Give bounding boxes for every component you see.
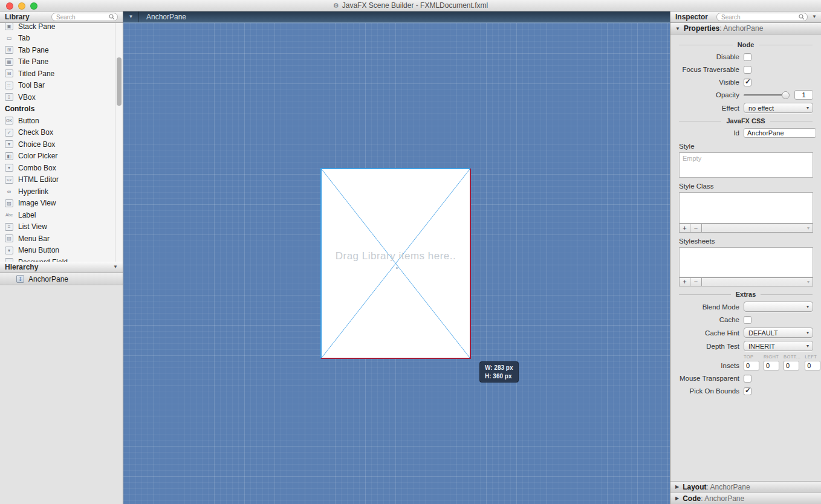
library-item-titled-pane[interactable]: ⊟Titled Pane <box>0 68 123 80</box>
visible-checkbox[interactable] <box>744 79 751 86</box>
stylesheets-remove-button[interactable]: − <box>690 277 702 286</box>
library-item-check-box[interactable]: ✓Check Box <box>0 127 123 139</box>
cache-checkbox[interactable] <box>744 316 751 324</box>
library-item-label: Combo Box <box>18 164 56 172</box>
cache-hint-dropdown[interactable]: DEFAULT ▾ <box>744 328 813 338</box>
library-search-input[interactable] <box>56 14 109 21</box>
library-item-label: Tile Pane <box>18 57 48 66</box>
design-canvas[interactable]: Drag Library items here.. W: 283 px H: 3… <box>123 23 670 504</box>
library-item-combo-box[interactable]: ▾Combo Box <box>0 162 123 174</box>
hierarchy-item-anchorpane[interactable]: ↧ AnchorPane <box>0 273 123 285</box>
mouse-transparent-label: Mouse Transparent <box>670 375 739 382</box>
library-item-html-editor[interactable]: <>HTML Editor <box>0 174 123 186</box>
inspector-search[interactable] <box>716 13 808 21</box>
properties-pane: Node Disable Focus Traversable Visible O… <box>670 34 821 481</box>
library-item-button[interactable]: OKButton <box>0 115 123 127</box>
window-title: JavaFX Scene Builder - FXMLDocument.fxml <box>342 1 488 10</box>
library-item-label: Color Picker <box>18 152 57 160</box>
inset-field[interactable] <box>764 361 779 370</box>
blend-mode-dropdown[interactable]: ▾ <box>744 302 813 312</box>
stylesheets-add-button[interactable]: + <box>679 277 690 286</box>
tooltip-height-value: H: 360 px <box>485 372 513 381</box>
library-item-tab[interactable]: ▭Tab <box>0 33 123 45</box>
opacity-slider[interactable] <box>744 91 790 99</box>
library-item-tool-bar[interactable]: ∷Tool Bar <box>0 80 123 92</box>
tab-pane-icon: ⊞ <box>5 46 13 54</box>
style-class-remove-button[interactable]: − <box>690 224 702 233</box>
label-icon: Abc <box>5 211 13 219</box>
properties-section-header[interactable]: ▼ Properties : AnchorPane <box>670 23 821 34</box>
opacity-slider-knob[interactable] <box>782 91 790 99</box>
style-class-add-button[interactable]: + <box>679 224 690 233</box>
library-item-list-view[interactable]: ≡List View <box>0 221 123 233</box>
library-item-tab-pane[interactable]: ⊞Tab Pane <box>0 44 123 56</box>
library-title: Library <box>5 13 30 21</box>
effect-dropdown[interactable]: no effect ▾ <box>744 103 813 113</box>
opacity-slider-track[interactable] <box>744 94 784 96</box>
canvas-header-menu[interactable]: ▼ <box>123 11 139 22</box>
library-item-menu-button[interactable]: ▾Menu Button <box>0 245 123 257</box>
library-item-label: VBox <box>18 93 36 102</box>
titlebar: ⚙ JavaFX Scene Builder - FXMLDocument.fx… <box>0 0 821 11</box>
library-item-stack-pane[interactable]: ▣Stack Pane <box>0 23 123 33</box>
library-item-choice-box[interactable]: ▾Choice Box <box>0 138 123 150</box>
close-button[interactable] <box>6 2 13 10</box>
layout-section-header[interactable]: ▶ Layout : AnchorPane <box>670 481 821 493</box>
library-item-label: List View <box>18 222 47 231</box>
cache-hint-value: DEFAULT <box>748 329 806 337</box>
effect-value: no effect <box>748 105 806 112</box>
chevron-down-icon: ▾ <box>806 106 809 111</box>
library-item-hyperlink[interactable]: ∞Hyperlink <box>0 186 123 198</box>
combo-box-icon: ▾ <box>5 164 13 172</box>
library-item-label: Hyperlink <box>18 187 48 196</box>
library-item-vbox[interactable]: ▯VBox <box>0 91 123 103</box>
inset-field[interactable] <box>784 361 799 370</box>
inspector-menu-chevron-icon[interactable]: ▼ <box>812 15 817 19</box>
library-item-menu-bar[interactable]: ▤Menu Bar <box>0 233 123 245</box>
inset-group-bott: BOTT... <box>784 354 800 370</box>
center-handle[interactable] <box>396 267 398 269</box>
check-box-icon: ✓ <box>5 129 13 137</box>
depth-test-dropdown[interactable]: INHERIT ▾ <box>744 341 813 351</box>
style-textarea[interactable] <box>679 152 813 178</box>
hierarchy-menu-chevron-icon[interactable]: ▼ <box>113 265 118 270</box>
mouse-transparent-checkbox[interactable] <box>744 375 751 383</box>
zoom-button[interactable] <box>30 2 37 10</box>
menu-button-icon: ▾ <box>5 247 13 254</box>
left-panel: Library ▣Stack Pane▭Tab⊞Tab Pane▦Tile Pa… <box>0 11 123 504</box>
library-search[interactable] <box>51 13 118 21</box>
inspector-title: Inspector <box>675 13 708 21</box>
inspector-search-input[interactable] <box>721 14 799 21</box>
inset-field[interactable] <box>744 361 759 370</box>
opacity-value-field[interactable] <box>794 90 813 100</box>
disable-checkbox[interactable] <box>744 53 751 61</box>
library-item-label: Stack Pane <box>18 23 55 31</box>
stylesheets-list[interactable] <box>679 247 813 277</box>
library-item-password-field[interactable]: •••Password Field <box>0 256 123 262</box>
depth-test-label: Depth Test <box>670 343 739 350</box>
library-list-container: ▣Stack Pane▭Tab⊞Tab Pane▦Tile Pane⊟Title… <box>0 23 123 262</box>
library-item-label: Menu Bar <box>18 234 50 243</box>
stylesheets-label: Stylesheets <box>679 237 813 245</box>
inspector-header: Inspector ▼ <box>670 11 821 23</box>
style-class-list[interactable] <box>679 192 813 224</box>
library-scrollbar-thumb[interactable] <box>117 57 122 106</box>
code-section-header[interactable]: ▶ Code : AnchorPane <box>670 493 821 504</box>
inset-field[interactable] <box>805 361 820 370</box>
library-item-label[interactable]: AbcLabel <box>0 209 123 221</box>
library-scrollbar[interactable] <box>115 23 123 262</box>
disclosure-down-icon: ▼ <box>675 26 680 31</box>
minimize-button[interactable] <box>18 2 25 10</box>
tool-bar-icon: ∷ <box>5 82 13 89</box>
library-item-label: HTML Editor <box>18 175 59 184</box>
anchorpane-design-node[interactable]: Drag Library items here.. <box>320 168 471 359</box>
library-item-image-view[interactable]: ▨Image View <box>0 198 123 210</box>
library-item-tile-pane[interactable]: ▦Tile Pane <box>0 56 123 68</box>
canvas-selection-path[interactable]: AnchorPane <box>146 13 186 21</box>
layout-section-target: AnchorPane <box>710 483 750 491</box>
pick-on-bounds-checkbox[interactable] <box>744 387 751 395</box>
id-field[interactable] <box>744 128 816 138</box>
focus-traversable-checkbox[interactable] <box>744 66 751 74</box>
library-item-color-picker[interactable]: ◧Color Picker <box>0 150 123 163</box>
id-label: Id <box>670 129 739 137</box>
